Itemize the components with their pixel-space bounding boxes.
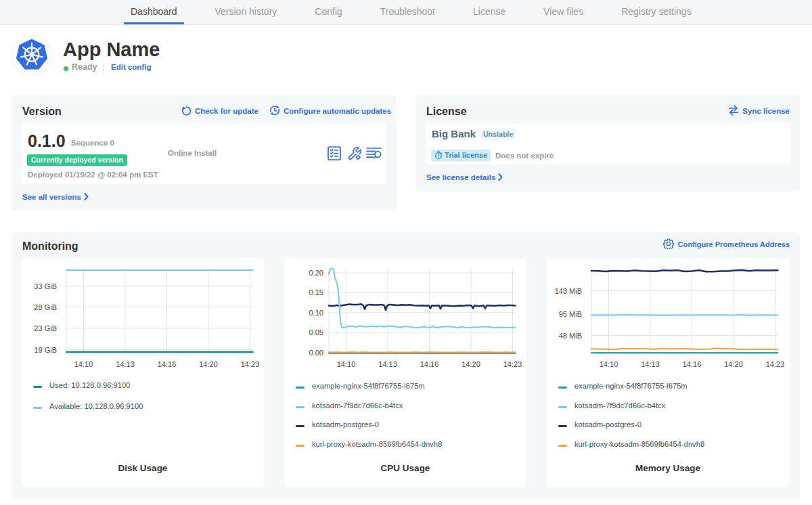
svg-text:14:23: 14:23 bbox=[766, 360, 785, 368]
svg-text:19 GiB: 19 GiB bbox=[34, 346, 57, 354]
svg-text:0.15: 0.15 bbox=[309, 288, 323, 297]
svg-text:95 MiB: 95 MiB bbox=[559, 310, 582, 318]
svg-text:143 MiB: 143 MiB bbox=[555, 287, 582, 295]
svg-text:0.20: 0.20 bbox=[309, 269, 323, 277]
svg-text:33 GiB: 33 GiB bbox=[34, 282, 57, 290]
svg-text:14:13: 14:13 bbox=[116, 360, 135, 368]
svg-text:14:13: 14:13 bbox=[641, 360, 660, 368]
svg-text:14:16: 14:16 bbox=[158, 360, 177, 368]
svg-text:14:10: 14:10 bbox=[74, 360, 93, 368]
svg-text:14:16: 14:16 bbox=[420, 360, 439, 368]
svg-text:0.10: 0.10 bbox=[309, 309, 323, 317]
svg-text:14:23: 14:23 bbox=[503, 360, 522, 368]
svg-text:14:10: 14:10 bbox=[337, 360, 356, 368]
svg-text:0.00: 0.00 bbox=[309, 349, 323, 357]
svg-text:28 GiB: 28 GiB bbox=[34, 303, 57, 311]
svg-text:14:10: 14:10 bbox=[600, 360, 618, 368]
svg-text:0.05: 0.05 bbox=[309, 328, 323, 336]
svg-text:48 MiB: 48 MiB bbox=[559, 332, 582, 340]
svg-text:14:16: 14:16 bbox=[683, 360, 702, 368]
svg-text:14:23: 14:23 bbox=[241, 360, 260, 368]
svg-text:14:20: 14:20 bbox=[461, 360, 480, 368]
svg-text:14:20: 14:20 bbox=[724, 360, 743, 368]
svg-text:14:20: 14:20 bbox=[199, 360, 218, 368]
svg-text:23 GiB: 23 GiB bbox=[34, 324, 57, 332]
svg-text:14:13: 14:13 bbox=[378, 360, 397, 368]
